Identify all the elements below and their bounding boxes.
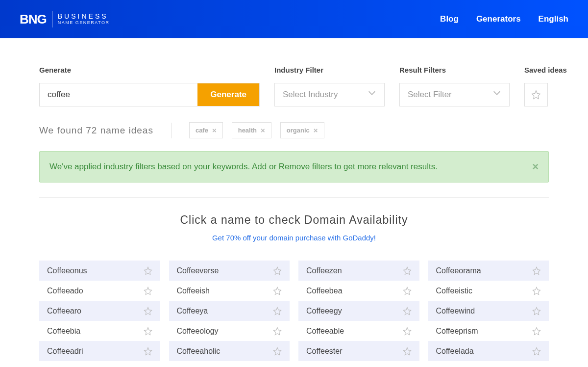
chip-label: cafe [196,127,208,134]
name-result[interactable]: Coffeearo [39,301,160,321]
star-icon[interactable] [144,307,152,315]
star-icon[interactable] [403,287,412,295]
name-text: Coffeebea [306,287,343,295]
star-icon[interactable] [273,287,282,295]
domain-offer-link[interactable]: Get 70% off your domain purchase with Go… [39,234,549,242]
close-icon[interactable]: × [261,126,265,134]
filter-chip[interactable]: organic× [280,122,324,138]
logo-line2: NAME GENERATOR [58,21,110,26]
name-text: Coffeeado [47,287,83,295]
star-icon[interactable] [532,327,541,336]
name-result[interactable]: Coffeedeck [428,361,549,367]
name-text: Coffeeprism [436,327,478,336]
name-text: Coffeeable [306,327,344,336]
name-result[interactable]: Coffeeonus [39,261,160,281]
results-bar: We found 72 name ideas cafe×health×organ… [39,122,549,138]
generate-input[interactable] [40,83,197,106]
industry-filter-label: Industry Filter [274,66,385,74]
name-result[interactable]: Coffeeable [298,321,419,341]
name-text: Coffeeadri [47,347,83,356]
name-text: Coffeester [306,347,343,356]
nav-generators[interactable]: Generators [476,14,521,24]
logo[interactable]: BNG BUSINESS NAME GENERATOR [20,11,109,27]
generate-button[interactable]: Generate [197,83,259,106]
name-result[interactable]: Coffeeistic [428,281,549,301]
nav-language[interactable]: English [539,14,568,24]
close-icon[interactable]: × [314,126,318,134]
name-result[interactable]: Coffeeish [169,281,290,301]
filter-chip[interactable]: cafe× [189,122,223,138]
name-text: Coffeeology [177,327,219,336]
filter-alert: We've applied industry filters based on … [39,151,549,183]
star-icon[interactable] [403,327,412,336]
name-result[interactable]: Coffeeaholic [169,341,290,361]
result-filter-label: Result Filters [399,66,510,74]
industry-select[interactable]: Select Industry [274,83,385,106]
industry-filter-group: Industry Filter Select Industry [274,66,385,106]
name-result[interactable]: Coffeebia [39,321,160,341]
domain-heading: Click a name to check Domain Availabilit… [39,213,549,242]
logo-mark: BNG [20,12,47,27]
name-result[interactable]: Coffeeya [169,301,290,321]
star-icon[interactable] [273,266,282,275]
star-icon[interactable] [273,347,282,356]
results-count: We found 72 name ideas [39,125,153,136]
industry-placeholder: Select Industry [283,90,338,100]
name-result[interactable]: Coffeeverse [169,261,290,281]
name-result[interactable]: Coffeearc [169,361,290,367]
saved-ideas-label: Saved ideas [524,66,567,74]
star-icon[interactable] [403,347,412,356]
saved-ideas-button[interactable] [524,83,548,106]
logo-line1: BUSINESS [58,13,110,20]
result-filter-group: Result Filters Select Filter [399,66,510,106]
name-result[interactable]: Coffeeado [39,281,160,301]
name-result[interactable]: Coffeeprism [428,321,549,341]
logo-divider [52,11,53,27]
name-result[interactable]: Coffeeworks [39,361,160,367]
generate-input-wrap: Generate [39,83,260,106]
name-result[interactable]: Coffeewind [428,301,549,321]
name-result[interactable]: Coffeeadri [39,341,160,361]
star-icon[interactable] [532,307,541,315]
star-icon[interactable] [144,347,152,356]
name-result[interactable]: Coffeeegy [298,301,419,321]
star-icon[interactable] [144,287,152,295]
star-icon[interactable] [403,307,412,315]
name-text: Coffeeish [177,287,210,295]
star-icon[interactable] [532,266,541,275]
generate-group: Generate Generate [39,66,260,106]
name-text: Coffeeegy [306,307,342,315]
generate-label: Generate [39,66,260,74]
nav: Blog Generators English [440,14,568,24]
star-icon[interactable] [144,327,152,336]
filter-chip[interactable]: health× [232,122,271,138]
name-result[interactable]: Coffeeooze [298,361,419,367]
star-icon[interactable] [273,307,282,315]
name-text: Coffeeorama [436,266,481,275]
name-text: Coffeearo [47,307,81,315]
close-icon[interactable]: × [212,126,217,134]
result-select[interactable]: Select Filter [399,83,510,106]
name-result[interactable]: Coffeebea [298,281,419,301]
name-result[interactable]: Coffeester [298,341,419,361]
star-icon[interactable] [532,287,541,295]
name-result[interactable]: Coffeelada [428,341,549,361]
name-grid: CoffeeonusCoffeeverseCoffeezenCoffeeoram… [39,261,549,367]
name-text: Coffeelada [436,347,474,356]
controls-row: Generate Generate Industry Filter Select… [39,66,549,106]
star-icon[interactable] [144,266,152,275]
close-icon[interactable]: × [532,160,539,173]
name-text: Coffeeverse [177,266,219,275]
logo-text: BUSINESS NAME GENERATOR [58,13,110,25]
saved-ideas-group: Saved ideas [524,66,567,106]
name-text: Coffeewind [436,307,475,315]
star-icon[interactable] [532,347,541,356]
name-result[interactable]: Coffeeology [169,321,290,341]
star-icon[interactable] [403,266,412,275]
nav-blog[interactable]: Blog [440,14,459,24]
name-text: Coffeeya [177,307,208,315]
name-result[interactable]: Coffeezen [298,261,419,281]
domain-title: Click a name to check Domain Availabilit… [39,213,549,227]
name-result[interactable]: Coffeeorama [428,261,549,281]
star-icon[interactable] [273,327,282,336]
